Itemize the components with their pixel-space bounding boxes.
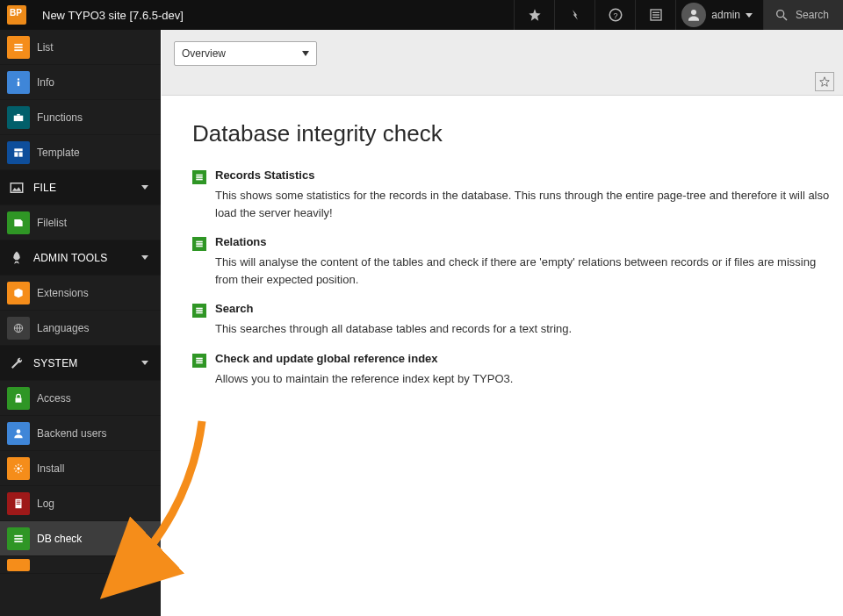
- dbcheck-item-relations[interactable]: Relations This will analyse the content …: [192, 235, 832, 288]
- globe-icon: [2, 314, 35, 342]
- svg-rect-16: [14, 148, 22, 151]
- sidebar-item-cut[interactable]: [0, 556, 161, 574]
- page-title: Database integrity check: [192, 120, 832, 147]
- svg-rect-42: [196, 357, 203, 359]
- sidebar-item-backend-users[interactable]: Backend users: [0, 416, 161, 451]
- svg-rect-3: [652, 12, 659, 13]
- application-info-button[interactable]: [635, 0, 675, 30]
- help-button[interactable]: ?: [594, 0, 635, 30]
- sidebar-item-label: List: [37, 41, 54, 54]
- typo3-logo[interactable]: BP: [0, 0, 33, 30]
- svg-rect-10: [14, 47, 22, 48]
- svg-rect-11: [14, 49, 22, 51]
- svg-rect-33: [196, 175, 203, 176]
- item-description: Allows you to maintain the reference ind…: [215, 370, 832, 388]
- sidebar-item-label: Backend users: [37, 427, 106, 440]
- chevron-down-icon: [141, 361, 148, 365]
- bookmark-toggle[interactable]: [815, 72, 834, 91]
- function-menu-select[interactable]: Overview: [174, 41, 317, 66]
- svg-rect-44: [196, 362, 203, 363]
- sidebar-item-db-check[interactable]: DB check: [0, 521, 161, 556]
- sidebar-item-label: Template: [37, 147, 80, 159]
- svg-rect-17: [14, 152, 18, 156]
- svg-rect-37: [196, 243, 203, 245]
- sidebar-item-label: DB check: [37, 533, 82, 545]
- svg-rect-35: [196, 179, 203, 181]
- config-icon: [2, 556, 35, 574]
- list-green-icon: [192, 237, 206, 251]
- item-title: Search: [215, 302, 832, 315]
- sidebar-section-admin-tools[interactable]: ADMIN TOOLS: [0, 240, 161, 276]
- chevron-down-icon: [746, 13, 753, 18]
- sidebar-item-label: Log: [37, 498, 54, 510]
- template-icon: [2, 139, 35, 167]
- sidebar-item-filelist[interactable]: Filelist: [0, 205, 161, 240]
- sidebar-item-functions[interactable]: Functions: [0, 100, 161, 135]
- user-avatar-icon: [681, 3, 706, 27]
- user-menu[interactable]: admin: [675, 0, 763, 30]
- item-title: Check and update global reference index: [215, 352, 832, 365]
- sidebar-item-info[interactable]: Info: [0, 65, 161, 100]
- svg-rect-13: [18, 81, 19, 85]
- filelist-icon: [2, 209, 35, 237]
- gear-icon: [2, 455, 35, 483]
- svg-rect-15: [17, 113, 20, 115]
- sidebar-item-label: Extensions: [37, 287, 89, 299]
- list-green-icon: [2, 525, 35, 553]
- item-title: Records Statistics: [215, 168, 832, 182]
- sidebar-item-access[interactable]: Access: [0, 381, 161, 416]
- sidebar-section-system[interactable]: SYSTEM: [0, 346, 161, 381]
- dbcheck-item-search[interactable]: Search This searches through all databas…: [192, 302, 832, 338]
- svg-rect-30: [14, 534, 22, 536]
- sidebar-item-install[interactable]: Install: [0, 451, 161, 486]
- rocket-icon: [0, 250, 33, 266]
- chevron-down-icon: [141, 255, 148, 260]
- svg-rect-4: [652, 14, 659, 15]
- svg-rect-27: [17, 500, 21, 501]
- log-icon: [2, 490, 35, 518]
- sidebar-item-languages[interactable]: Languages: [0, 311, 161, 346]
- lock-icon: [2, 384, 35, 412]
- section-title: FILE: [33, 182, 141, 194]
- section-title: SYSTEM: [33, 357, 141, 369]
- svg-rect-39: [196, 308, 203, 310]
- sidebar-item-extensions[interactable]: Extensions: [0, 276, 161, 311]
- sidebar-item-label: Install: [37, 462, 64, 475]
- svg-text:?: ?: [613, 11, 617, 20]
- sidebar-item-log[interactable]: Log: [0, 486, 161, 521]
- bookmark-button[interactable]: [514, 0, 554, 30]
- dbcheck-item-records-statistics[interactable]: Records Statistics This shows some stati…: [192, 168, 832, 221]
- list-green-icon: [192, 170, 206, 184]
- module-menu: List Info Functions Template FILE Fileli…: [0, 30, 161, 616]
- search-button[interactable]: Search: [763, 0, 843, 30]
- user-icon: [2, 419, 35, 448]
- svg-rect-34: [196, 176, 203, 178]
- sidebar-item-list[interactable]: List: [0, 30, 161, 65]
- sidebar-item-template[interactable]: Template: [0, 135, 161, 170]
- svg-rect-40: [196, 310, 203, 312]
- wrench-icon: [0, 355, 33, 371]
- chevron-down-icon: [302, 51, 309, 56]
- svg-rect-18: [19, 152, 23, 156]
- sidebar-section-file[interactable]: FILE: [0, 170, 161, 205]
- svg-rect-43: [196, 360, 203, 362]
- item-description: This will analyse the content of the tab…: [215, 254, 832, 288]
- svg-rect-14: [14, 115, 24, 120]
- svg-rect-36: [196, 241, 203, 243]
- svg-rect-23: [16, 398, 22, 402]
- item-title: Relations: [215, 235, 832, 248]
- sidebar-item-label: Languages: [37, 322, 89, 334]
- svg-rect-5: [652, 17, 659, 18]
- svg-rect-31: [14, 538, 22, 540]
- svg-rect-32: [14, 541, 22, 542]
- briefcase-icon: [2, 104, 35, 132]
- select-value: Overview: [182, 47, 302, 60]
- dbcheck-item-reference-index[interactable]: Check and update global reference index …: [192, 352, 832, 388]
- sidebar-item-label: Info: [37, 76, 54, 89]
- svg-rect-29: [17, 504, 21, 505]
- chevron-down-icon: [141, 185, 148, 190]
- svg-point-6: [691, 10, 696, 15]
- svg-point-25: [17, 467, 20, 470]
- box-icon: [2, 279, 35, 307]
- clear-cache-button[interactable]: [554, 0, 594, 30]
